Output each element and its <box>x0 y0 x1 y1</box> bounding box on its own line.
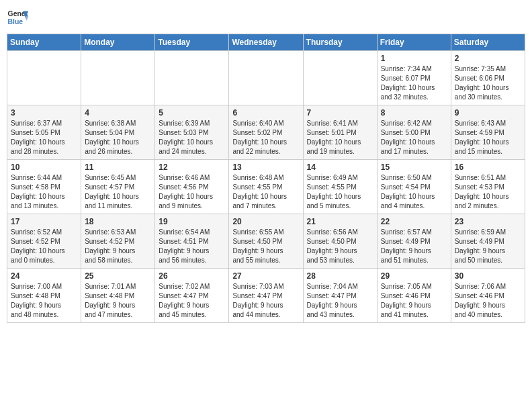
weekday-header-friday: Friday <box>377 34 451 51</box>
weekday-header-thursday: Thursday <box>303 34 377 51</box>
calendar-cell <box>303 51 377 105</box>
day-info: Sunrise: 6:52 AM Sunset: 4:52 PM Dayligh… <box>11 228 77 265</box>
day-info: Sunrise: 6:59 AM Sunset: 4:49 PM Dayligh… <box>455 228 521 265</box>
day-number: 13 <box>232 163 299 172</box>
day-number: 7 <box>307 108 373 118</box>
day-info: Sunrise: 6:51 AM Sunset: 4:53 PM Dayligh… <box>455 173 521 211</box>
day-info: Sunrise: 6:43 AM Sunset: 4:59 PM Dayligh… <box>455 119 521 156</box>
day-info: Sunrise: 6:40 AM Sunset: 5:02 PM Dayligh… <box>232 119 299 156</box>
calendar-cell: 6Sunrise: 6:40 AM Sunset: 5:02 PM Daylig… <box>229 105 303 160</box>
day-info: Sunrise: 7:00 AM Sunset: 4:48 PM Dayligh… <box>11 282 77 320</box>
day-number: 11 <box>85 163 151 172</box>
calendar-cell: 1Sunrise: 7:34 AM Sunset: 6:07 PM Daylig… <box>377 51 451 105</box>
calendar-cell <box>229 51 303 105</box>
calendar-cell: 28Sunrise: 7:04 AM Sunset: 4:47 PM Dayli… <box>303 269 377 323</box>
calendar-cell: 7Sunrise: 6:41 AM Sunset: 5:01 PM Daylig… <box>303 105 377 160</box>
day-number: 15 <box>381 163 447 172</box>
weekday-header-wednesday: Wednesday <box>229 34 303 51</box>
day-number: 8 <box>381 108 447 118</box>
day-number: 28 <box>307 271 373 281</box>
weekday-header-monday: Monday <box>81 34 155 51</box>
calendar-cell: 4Sunrise: 6:38 AM Sunset: 5:04 PM Daylig… <box>81 105 155 160</box>
weekday-header-row: SundayMondayTuesdayWednesdayThursdayFrid… <box>7 34 525 51</box>
day-number: 2 <box>455 54 521 63</box>
day-info: Sunrise: 7:01 AM Sunset: 4:48 PM Dayligh… <box>85 282 151 320</box>
calendar-cell: 12Sunrise: 6:46 AM Sunset: 4:56 PM Dayli… <box>155 160 229 214</box>
day-number: 5 <box>159 108 225 118</box>
calendar-cell: 19Sunrise: 6:54 AM Sunset: 4:51 PM Dayli… <box>155 214 229 269</box>
day-number: 9 <box>455 108 521 118</box>
day-number: 24 <box>11 271 77 281</box>
day-number: 6 <box>232 108 299 118</box>
day-info: Sunrise: 7:03 AM Sunset: 4:47 PM Dayligh… <box>232 282 299 320</box>
day-number: 18 <box>85 217 151 226</box>
calendar-cell: 16Sunrise: 6:51 AM Sunset: 4:53 PM Dayli… <box>451 160 525 214</box>
calendar-cell: 23Sunrise: 6:59 AM Sunset: 4:49 PM Dayli… <box>451 214 525 269</box>
calendar-cell: 2Sunrise: 7:35 AM Sunset: 6:06 PM Daylig… <box>451 51 525 105</box>
day-number: 22 <box>381 217 447 226</box>
day-number: 21 <box>307 217 373 226</box>
calendar-cell <box>155 51 229 105</box>
calendar-cell: 26Sunrise: 7:02 AM Sunset: 4:47 PM Dayli… <box>155 269 229 323</box>
day-info: Sunrise: 6:46 AM Sunset: 4:56 PM Dayligh… <box>159 173 225 211</box>
day-number: 25 <box>85 271 151 281</box>
day-info: Sunrise: 7:04 AM Sunset: 4:47 PM Dayligh… <box>307 282 373 320</box>
week-row-4: 17Sunrise: 6:52 AM Sunset: 4:52 PM Dayli… <box>7 214 525 269</box>
svg-text:Blue: Blue <box>8 18 24 26</box>
day-info: Sunrise: 6:54 AM Sunset: 4:51 PM Dayligh… <box>159 228 225 265</box>
calendar-cell: 29Sunrise: 7:05 AM Sunset: 4:46 PM Dayli… <box>377 269 451 323</box>
day-number: 29 <box>381 271 447 281</box>
day-info: Sunrise: 6:42 AM Sunset: 5:00 PM Dayligh… <box>381 119 447 156</box>
calendar-cell: 22Sunrise: 6:57 AM Sunset: 4:49 PM Dayli… <box>377 214 451 269</box>
calendar-cell: 17Sunrise: 6:52 AM Sunset: 4:52 PM Dayli… <box>7 214 81 269</box>
day-info: Sunrise: 7:35 AM Sunset: 6:06 PM Dayligh… <box>455 64 521 102</box>
weekday-header-tuesday: Tuesday <box>155 34 229 51</box>
day-info: Sunrise: 6:57 AM Sunset: 4:49 PM Dayligh… <box>381 228 447 265</box>
day-number: 1 <box>381 54 447 63</box>
calendar-cell: 8Sunrise: 6:42 AM Sunset: 5:00 PM Daylig… <box>377 105 451 160</box>
day-info: Sunrise: 7:05 AM Sunset: 4:46 PM Dayligh… <box>381 282 447 320</box>
page-header: General Blue <box>7 7 525 28</box>
calendar-cell: 20Sunrise: 6:55 AM Sunset: 4:50 PM Dayli… <box>229 214 303 269</box>
day-info: Sunrise: 6:55 AM Sunset: 4:50 PM Dayligh… <box>232 228 299 265</box>
calendar-cell: 14Sunrise: 6:49 AM Sunset: 4:55 PM Dayli… <box>303 160 377 214</box>
day-number: 3 <box>11 108 77 118</box>
weekday-header-sunday: Sunday <box>7 34 81 51</box>
calendar-cell: 15Sunrise: 6:50 AM Sunset: 4:54 PM Dayli… <box>377 160 451 214</box>
day-number: 19 <box>159 217 225 226</box>
day-info: Sunrise: 6:41 AM Sunset: 5:01 PM Dayligh… <box>307 119 373 156</box>
week-row-2: 3Sunrise: 6:37 AM Sunset: 5:05 PM Daylig… <box>7 105 525 160</box>
week-row-1: 1Sunrise: 7:34 AM Sunset: 6:07 PM Daylig… <box>7 51 525 105</box>
logo-icon: General Blue <box>7 7 28 28</box>
day-info: Sunrise: 7:06 AM Sunset: 4:46 PM Dayligh… <box>455 282 521 320</box>
calendar-cell: 5Sunrise: 6:39 AM Sunset: 5:03 PM Daylig… <box>155 105 229 160</box>
day-number: 16 <box>455 163 521 172</box>
day-info: Sunrise: 6:44 AM Sunset: 4:58 PM Dayligh… <box>11 173 77 211</box>
day-info: Sunrise: 7:02 AM Sunset: 4:47 PM Dayligh… <box>159 282 225 320</box>
day-info: Sunrise: 7:34 AM Sunset: 6:07 PM Dayligh… <box>381 64 447 102</box>
day-number: 27 <box>232 271 299 281</box>
day-info: Sunrise: 6:38 AM Sunset: 5:04 PM Dayligh… <box>85 119 151 156</box>
calendar-cell: 11Sunrise: 6:45 AM Sunset: 4:57 PM Dayli… <box>81 160 155 214</box>
calendar-cell: 13Sunrise: 6:48 AM Sunset: 4:55 PM Dayli… <box>229 160 303 214</box>
calendar-cell: 18Sunrise: 6:53 AM Sunset: 4:52 PM Dayli… <box>81 214 155 269</box>
calendar-cell: 24Sunrise: 7:00 AM Sunset: 4:48 PM Dayli… <box>7 269 81 323</box>
day-info: Sunrise: 6:37 AM Sunset: 5:05 PM Dayligh… <box>11 119 77 156</box>
day-number: 4 <box>85 108 151 118</box>
calendar-cell: 9Sunrise: 6:43 AM Sunset: 4:59 PM Daylig… <box>451 105 525 160</box>
week-row-5: 24Sunrise: 7:00 AM Sunset: 4:48 PM Dayli… <box>7 269 525 323</box>
calendar-cell: 27Sunrise: 7:03 AM Sunset: 4:47 PM Dayli… <box>229 269 303 323</box>
day-number: 10 <box>11 163 77 172</box>
day-info: Sunrise: 6:49 AM Sunset: 4:55 PM Dayligh… <box>307 173 373 211</box>
day-info: Sunrise: 6:39 AM Sunset: 5:03 PM Dayligh… <box>159 119 225 156</box>
day-number: 26 <box>159 271 225 281</box>
day-number: 12 <box>159 163 225 172</box>
calendar-cell: 21Sunrise: 6:56 AM Sunset: 4:50 PM Dayli… <box>303 214 377 269</box>
day-number: 23 <box>455 217 521 226</box>
day-number: 20 <box>232 217 299 226</box>
calendar-cell <box>7 51 81 105</box>
week-row-3: 10Sunrise: 6:44 AM Sunset: 4:58 PM Dayli… <box>7 160 525 214</box>
day-info: Sunrise: 6:56 AM Sunset: 4:50 PM Dayligh… <box>307 228 373 265</box>
calendar-cell <box>81 51 155 105</box>
day-number: 14 <box>307 163 373 172</box>
